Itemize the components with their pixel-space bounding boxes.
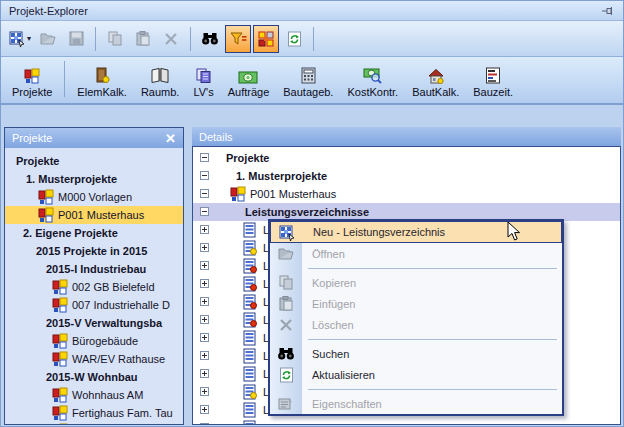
expand-box-icon[interactable] [200, 351, 209, 360]
refresh-icon [277, 366, 295, 383]
tree-item-2015-projekte-in-2015[interactable]: 2015 Projekte in 2015 [5, 242, 183, 260]
close-icon[interactable]: ✕ [165, 132, 176, 145]
dropdown-arrow-icon[interactable]: ▾ [27, 34, 31, 43]
tree-item-label: 2. Eigene Projekte [23, 224, 118, 242]
refresh-button[interactable] [281, 25, 307, 53]
filter-button[interactable] [225, 25, 251, 53]
paste-button[interactable] [130, 25, 156, 53]
toolbar-separator [190, 27, 191, 51]
expand-box-icon[interactable] [200, 261, 209, 270]
ribbon-button-label: KostKontr. [347, 86, 398, 98]
titlebar[interactable]: Projekt-Explorer [1, 1, 623, 21]
ribbon-bautageb-button[interactable]: Bautageb. [276, 66, 340, 99]
tree-item-item[interactable] [5, 422, 183, 425]
expand-box-icon[interactable] [200, 405, 209, 414]
ribbon-bauzeit-button[interactable]: Bauzeit. [466, 66, 520, 99]
menu-item-einfügen[interactable]: Einfügen [270, 293, 562, 314]
ribbon-aufträge-button[interactable]: Aufträge [221, 70, 277, 99]
tree-item-war-ev-rathause[interactable]: WAR/EV Rathause [5, 350, 183, 368]
pin-icon[interactable] [601, 5, 615, 17]
tree-item-bürogebäude[interactable]: Bürogebäude [5, 332, 183, 350]
tree-item-fertighaus-fam-tau[interactable]: Fertighaus Fam. Tau [5, 404, 183, 422]
details-item-projekte[interactable]: Projekte [193, 149, 620, 167]
ribbon-kostkontr-button[interactable]: KostKontr. [340, 66, 405, 99]
tree-item-p001-musterhaus[interactable]: P001 Musterhaus [5, 206, 183, 224]
new-lv-button[interactable]: ▾ [7, 25, 33, 53]
ribbon-button-label: LV's [193, 86, 213, 98]
details-panel-title: Details [199, 131, 233, 143]
tree-item-2015-w-wohnbau[interactable]: 2015-W Wohnbau [5, 368, 183, 386]
details-panel-header: Details [192, 127, 621, 146]
search-binoculars-button[interactable] [197, 25, 223, 53]
tree-item-2015-i-industriebau[interactable]: 2015-I Industriebau [5, 260, 183, 278]
ribbon-button-label: Aufträge [228, 86, 270, 98]
tree-item-label: 007 Industriehalle D [72, 296, 170, 314]
ribbon-projekte-button[interactable]: Projekte [5, 67, 59, 99]
expand-box-icon[interactable] [200, 369, 209, 378]
delete-icon [164, 32, 178, 46]
ribbon-bautkalk-button[interactable]: BautKalk. [405, 67, 466, 99]
menu-item-kopieren[interactable]: Kopieren [270, 272, 562, 293]
copy-button[interactable] [102, 25, 128, 53]
details-item-item[interactable] [193, 419, 620, 425]
expand-box-icon[interactable] [200, 333, 209, 342]
menu-item-aktualisieren[interactable]: Aktualisieren [270, 364, 562, 385]
tree-item-007-industriehalle-d[interactable]: 007 Industriehalle D [5, 296, 183, 314]
expand-box-icon[interactable] [200, 315, 209, 324]
project-tiles-icon [52, 297, 68, 314]
ribbon-raumb-button[interactable]: Raumb. [134, 66, 187, 99]
tree-item-wohnhaus-am[interactable]: Wohnhaus AM [5, 386, 183, 404]
details-item-1-musterprojekte[interactable]: 1. Musterprojekte [193, 167, 620, 185]
projects-panel: Projekte ✕ Projekte1. MusterprojekteM000… [4, 127, 184, 425]
tree-item-label: 002 GB Bielefeld [72, 278, 155, 296]
tree-item-label: 2015-V Verwaltungsba [46, 314, 162, 332]
menu-item-suchen[interactable]: Suchen [270, 343, 562, 364]
expand-box-icon[interactable] [200, 225, 209, 234]
tree-item-2015-v-verwaltungsba[interactable]: 2015-V Verwaltungsba [5, 314, 183, 332]
ribbon-lv-s-button[interactable]: LV's [186, 66, 220, 99]
menu-item-eigenschaften[interactable]: Eigenschaften [270, 393, 562, 414]
collapse-box-icon[interactable] [200, 153, 209, 162]
tree-item-projekte[interactable]: Projekte [5, 152, 183, 170]
menu-item-öffnen[interactable]: Öffnen [270, 243, 562, 264]
project-tiles-icon [52, 387, 68, 404]
expand-box-icon[interactable] [200, 279, 209, 288]
tree-item-002-gb-bielefeld[interactable]: 002 GB Bielefeld [5, 278, 183, 296]
menu-item-löschen[interactable]: Löschen [270, 314, 562, 335]
details-item-label: 1. Musterprojekte [236, 167, 327, 185]
tree-item-1-musterprojekte[interactable]: 1. Musterprojekte [5, 170, 183, 188]
menu-item-label: Aktualisieren [312, 369, 375, 381]
ribbon-button-label: Raumb. [141, 86, 180, 98]
tree-item-m000-vorlagen[interactable]: M000 Vorlagen [5, 188, 183, 206]
collapse-box-icon[interactable] [200, 189, 209, 198]
expand-box-icon[interactable] [200, 243, 209, 252]
money-icon [238, 71, 258, 84]
tree-item-label: 2015-W Wohnbau [46, 368, 137, 386]
open-folder-button[interactable] [35, 25, 61, 53]
expand-box-icon[interactable] [200, 297, 209, 306]
expand-box-icon[interactable] [200, 423, 209, 425]
expand-box-icon[interactable] [200, 387, 209, 396]
open-folder-icon [277, 245, 295, 262]
menu-item-label: Neu - Leistungsverzeichnis [313, 226, 445, 238]
collapse-box-icon[interactable] [200, 207, 209, 216]
search-binoculars-icon [201, 31, 219, 46]
calculator-icon [301, 67, 316, 84]
menu-item-label: Suchen [312, 348, 349, 360]
toolbar-separator [64, 61, 65, 97]
window-title: Projekt-Explorer [9, 5, 601, 17]
copy-icon [277, 274, 295, 291]
structure-button[interactable] [253, 25, 279, 53]
collapse-box-icon[interactable] [200, 171, 209, 180]
projects-panel-header: Projekte ✕ [5, 128, 183, 148]
delete-button[interactable] [158, 25, 184, 53]
properties-icon [277, 395, 295, 412]
details-item-label: P001 Musterhaus [250, 185, 336, 203]
ribbon-elemkalk-button[interactable]: ElemKalk. [70, 65, 134, 99]
tree-item-label: P001 Musterhaus [58, 206, 144, 224]
raumbuch-icon [150, 67, 170, 84]
details-item-p001-musterhaus[interactable]: P001 Musterhaus [193, 185, 620, 203]
tree-item-2-eigene-projekte[interactable]: 2. Eigene Projekte [5, 224, 183, 242]
save-button[interactable] [63, 25, 89, 53]
lv-doc-icon [243, 420, 257, 425]
